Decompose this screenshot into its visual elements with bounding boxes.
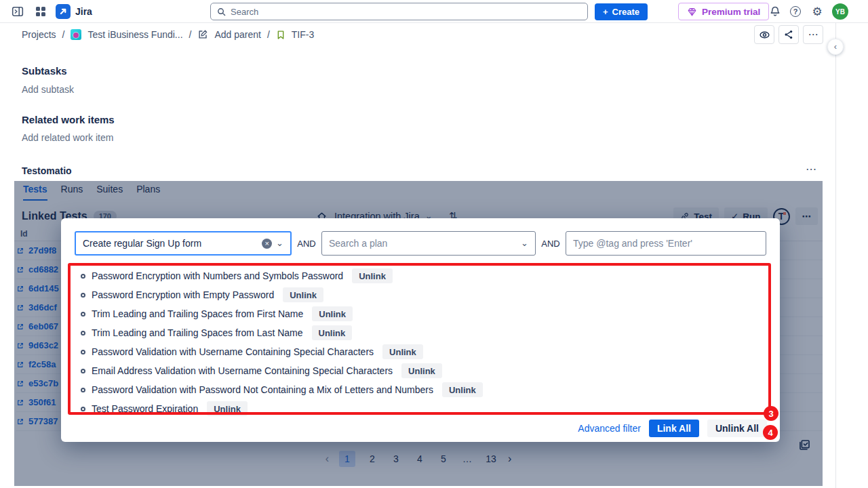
settings-button[interactable]: ⚙ xyxy=(810,5,824,18)
eye-icon xyxy=(759,29,770,41)
tag-input-box[interactable] xyxy=(566,231,766,256)
and-label: AND xyxy=(540,239,561,249)
unlink-button[interactable]: Unlink xyxy=(382,344,423,359)
chevron-left-icon: ‹ xyxy=(834,41,837,52)
linked-test-name: Password Encryption with Empty Password xyxy=(92,289,274,300)
unlink-button[interactable]: Unlink xyxy=(401,363,442,378)
more-actions-button[interactable]: ⋯ xyxy=(803,25,823,44)
bullet-icon xyxy=(81,274,85,279)
unlink-button[interactable]: Unlink xyxy=(312,306,353,321)
link-tests-modal: × ⌄ AND ⌄ AND Password Encryption with N… xyxy=(61,218,780,442)
test-search-input[interactable] xyxy=(83,238,258,249)
right-panel-divider xyxy=(835,23,836,488)
plan-search-input[interactable] xyxy=(329,238,517,249)
app-switcher-button[interactable] xyxy=(33,3,49,20)
chevron-down-icon[interactable]: ⌄ xyxy=(276,241,283,246)
share-button[interactable] xyxy=(778,25,799,44)
add-related-item-button[interactable]: Add related work item xyxy=(22,132,113,143)
bullet-icon xyxy=(81,388,85,392)
linked-test-item: Password Validation with Password Not Co… xyxy=(81,380,766,399)
linked-test-name: Trim Leading and Trailing Spaces from La… xyxy=(92,327,303,338)
breadcrumb: Projects / Test iBusiness Fundi... / Add… xyxy=(22,23,314,46)
linked-test-name: Trim Leading and Trailing Spaces from Fi… xyxy=(92,308,303,319)
bullet-icon xyxy=(81,331,85,336)
clear-icon[interactable]: × xyxy=(262,239,272,249)
bookmark-icon xyxy=(276,30,285,40)
unlink-button[interactable]: Unlink xyxy=(352,268,393,283)
tag-input[interactable] xyxy=(573,238,759,249)
linked-test-name: Email Address Validation with Username C… xyxy=(92,365,393,376)
add-parent-button[interactable]: Add parent xyxy=(214,29,261,40)
related-items-heading: Related work items xyxy=(22,114,115,125)
advanced-filter-link[interactable]: Advanced filter xyxy=(578,423,641,434)
gear-icon: ⚙ xyxy=(812,5,822,19)
linked-test-item: Trim Leading and Trailing Spaces from La… xyxy=(81,323,766,342)
breadcrumb-separator: / xyxy=(189,29,192,40)
linked-test-name: Password Validation with Username Contai… xyxy=(92,346,374,357)
subtasks-heading: Subtasks xyxy=(22,65,67,77)
bullet-icon xyxy=(81,407,85,411)
annotation-step-3-badge: 3 xyxy=(764,406,778,421)
notifications-button[interactable] xyxy=(768,5,782,18)
sidebar-toggle-icon xyxy=(12,5,24,18)
linked-test-item: Test Password ExpirationUnlink xyxy=(81,399,766,418)
edit-icon xyxy=(197,29,208,40)
breadcrumb-separator: / xyxy=(62,29,65,40)
bullet-icon xyxy=(81,350,85,354)
test-search-combobox[interactable]: × ⌄ xyxy=(75,231,292,256)
search-icon xyxy=(216,7,226,17)
breadcrumb-projects[interactable]: Projects xyxy=(22,29,56,40)
user-avatar[interactable]: YB xyxy=(832,3,848,20)
share-icon xyxy=(783,29,794,40)
unlink-button[interactable]: Unlink xyxy=(283,287,323,302)
app-grid-icon xyxy=(36,7,45,16)
modal-filter-row: × ⌄ AND ⌄ AND xyxy=(75,231,766,256)
testomatio-heading: Testomatio xyxy=(22,165,72,176)
testomatio-more-button[interactable]: ⋯ xyxy=(806,163,817,176)
linked-test-name: Test Password Expiration xyxy=(92,403,198,414)
help-button[interactable]: ? xyxy=(790,6,801,17)
issue-key[interactable]: TIF-3 xyxy=(292,29,314,40)
unlink-button[interactable]: Unlink xyxy=(312,325,353,340)
add-subtask-button[interactable]: Add subtask xyxy=(22,84,74,95)
project-avatar-icon xyxy=(71,29,81,40)
breadcrumb-project[interactable]: Test iBusiness Fundi... xyxy=(87,29,182,40)
breadcrumb-separator: / xyxy=(267,29,270,40)
chevron-down-icon[interactable]: ⌄ xyxy=(521,241,528,246)
watch-button[interactable] xyxy=(754,25,774,44)
jira-logo[interactable]: Jira xyxy=(56,4,92,19)
bullet-icon xyxy=(81,312,85,317)
top-navbar: Jira + Create Premium trial ? ⚙ YB xyxy=(0,0,868,23)
premium-trial-button[interactable]: Premium trial xyxy=(678,3,769,20)
global-search[interactable] xyxy=(210,3,588,20)
linked-test-item: Trim Leading and Trailing Spaces from Fi… xyxy=(81,304,766,323)
unlink-button[interactable]: Unlink xyxy=(442,382,483,397)
unlink-button[interactable]: Unlink xyxy=(207,401,248,416)
unlink-all-button[interactable]: Unlink All xyxy=(707,420,767,437)
question-icon: ? xyxy=(793,7,798,16)
sidebar-toggle-button[interactable] xyxy=(9,3,26,20)
linked-test-item: Password Encryption with Numbers and Sym… xyxy=(81,266,766,285)
plus-icon: + xyxy=(603,7,608,17)
ellipsis-icon: ⋯ xyxy=(808,28,818,41)
and-label: AND xyxy=(296,239,317,249)
jira-logo-icon xyxy=(56,4,71,19)
linked-test-item: Password Validation with Username Contai… xyxy=(81,342,766,361)
linked-test-item: Email Address Validation with Username C… xyxy=(81,361,766,380)
breadcrumb-row: Projects / Test iBusiness Fundi... / Add… xyxy=(0,23,868,46)
search-input[interactable] xyxy=(231,7,582,17)
linked-test-name: Password Encryption with Numbers and Sym… xyxy=(92,270,343,281)
linked-test-name: Password Validation with Password Not Co… xyxy=(92,384,433,395)
modal-footer: Advanced filter Link All Unlink All xyxy=(578,420,767,437)
linked-test-item: Password Encryption with Empty PasswordU… xyxy=(81,285,766,304)
create-button[interactable]: + Create xyxy=(595,3,648,20)
plan-search-combobox[interactable]: ⌄ xyxy=(321,231,536,256)
jira-app: Jira + Create Premium trial ? ⚙ YB Proje… xyxy=(0,0,868,488)
link-all-button[interactable]: Link All xyxy=(649,420,699,437)
ellipsis-icon: ⋯ xyxy=(806,163,817,175)
bell-icon xyxy=(769,5,781,18)
app-name: Jira xyxy=(75,6,92,17)
collapse-panel-button[interactable]: ‹ xyxy=(827,39,844,55)
annotation-step-4-badge: 4 xyxy=(763,425,778,440)
diamond-icon xyxy=(687,7,697,17)
